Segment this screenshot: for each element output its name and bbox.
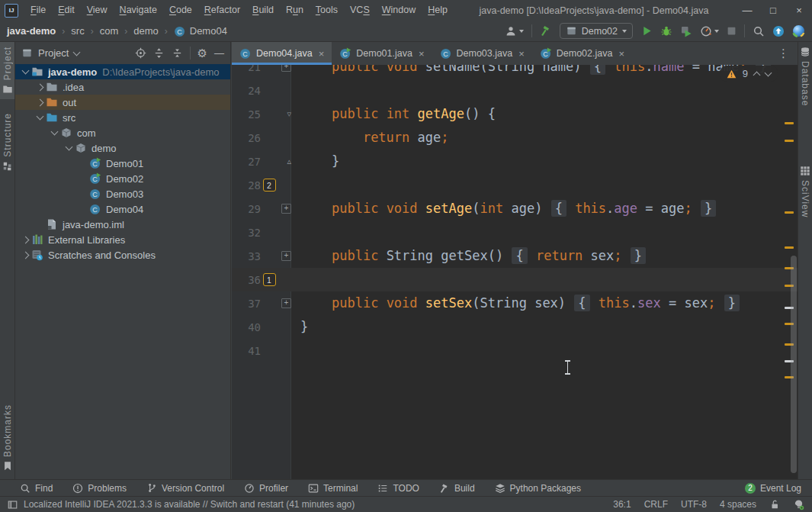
toolwindow-button-todo[interactable]: TODO [377,483,419,494]
chevron-right-icon[interactable] [37,98,44,106]
previous-warning-icon[interactable] [753,71,761,79]
unlock-icon[interactable] [769,499,780,510]
menu-vcs[interactable]: VCS [344,0,376,21]
sidebar-item-database[interactable]: Database [798,42,812,111]
close-icon[interactable]: × [419,48,425,60]
tree-row-java-demo[interactable]: java-demoD:\IdeaProjects\java-demo [15,64,230,79]
sidebar-item-project[interactable]: Project [0,42,14,99]
sidebar-item-bookmarks[interactable]: Bookmarks [0,400,14,476]
menu-window[interactable]: Window [376,0,422,21]
fold-expand-icon[interactable]: + [281,65,291,72]
hide-panel-button[interactable]: — [214,47,224,59]
tree-row-demo[interactable]: demo [15,140,230,156]
breadcrumb-item[interactable]: demo [133,25,159,37]
menu-navigate[interactable]: Navigate [114,0,163,21]
tree-row--idea[interactable]: .idea [15,79,230,95]
close-icon[interactable]: × [618,48,624,60]
menu-tools[interactable]: Tools [310,0,344,21]
chevron-right-icon[interactable] [37,83,44,91]
warning-stripe-mark[interactable] [785,211,794,214]
stop-button[interactable] [727,25,737,37]
build-hammer-icon[interactable] [540,25,552,37]
tree-row-demo04[interactable]: CDemo04 [15,201,230,217]
tree-row-demo01[interactable]: CDemo01 [15,156,230,171]
project-panel-title-button[interactable]: Project [21,47,79,59]
tree-row-out[interactable]: out [15,95,230,110]
menu-build[interactable]: Build [246,0,280,21]
menu-edit[interactable]: Edit [52,0,81,21]
debug-button[interactable] [660,25,672,37]
run-button[interactable] [640,25,653,37]
file-encoding[interactable]: UTF-8 [681,499,707,510]
close-icon[interactable]: × [518,48,525,60]
breadcrumb-item[interactable]: java-demo [7,25,56,37]
folded-brace[interactable]: } [724,295,740,311]
toolwindow-button-terminal[interactable]: Terminal [308,483,358,494]
fold-expand-icon[interactable]: + [281,251,291,261]
more-options-icon[interactable]: ⋮ [769,42,798,65]
menu-view[interactable]: View [81,0,114,21]
tree-row-scratches-and-consoles[interactable]: Scratches and Consoles [15,247,230,262]
editor-content[interactable]: 21+ public void setName(String name) { t… [232,65,798,479]
tab-demo04-java[interactable]: CDemo04.java× [232,42,332,65]
warning-stripe-mark[interactable] [785,246,794,249]
codewithme-button[interactable] [505,25,524,37]
close-icon[interactable]: × [319,48,325,60]
chevron-down-icon[interactable] [22,67,30,75]
sidebar-item-structure[interactable]: Structure [0,108,14,176]
menu-file[interactable]: File [24,0,52,21]
run-configuration-select[interactable]: Demo02 [560,23,633,39]
breadcrumb-item-leaf[interactable]: CDemo04 [174,25,227,37]
toolwindow-button-build[interactable]: Build [439,483,475,494]
tree-row-java-demo-iml[interactable]: java-demo.iml [15,217,230,232]
fold-expand-icon[interactable]: + [281,298,291,308]
menu-code[interactable]: Code [163,0,198,21]
fold-start-icon[interactable]: ▿ [287,110,291,118]
sidebar-item-sciview[interactable]: SciView [798,161,812,222]
colorful-sphere-icon[interactable] [792,24,805,37]
chevron-down-icon[interactable] [51,128,59,136]
run-with-coverage-button[interactable] [680,25,692,37]
folded-brace[interactable]: } [631,247,646,264]
chevron-down-icon[interactable] [66,143,73,151]
tree-row-src[interactable]: src [15,110,230,125]
indent-setting[interactable]: 4 spaces [720,499,756,510]
toolwindow-button-python-packages[interactable]: Python Packages [495,483,581,494]
warning-stripe-mark[interactable] [785,122,794,124]
folded-brace[interactable]: { [590,65,605,75]
menu-help[interactable]: Help [422,0,454,21]
tab-demo01-java[interactable]: CDemo01.java× [332,42,432,65]
tree-row-com[interactable]: com [15,125,230,140]
fold-end-icon[interactable]: ▵ [287,157,291,166]
toolwindow-button-event-log[interactable]: 2Event Log [745,483,801,494]
tree-row-demo02[interactable]: CDemo02 [15,171,230,186]
toolwindow-button-problems[interactable]: Problems [72,483,127,494]
folded-brace[interactable]: { [512,247,527,264]
folded-brace[interactable]: } [701,200,716,217]
tree-row-demo03[interactable]: CDemo03 [15,186,230,201]
locate-file-button[interactable] [135,47,146,59]
toolwindow-button-find[interactable]: Find [20,483,53,494]
close-button[interactable]: × [786,0,812,21]
tab-demo03-java[interactable]: CDemo03.java× [432,42,532,65]
menu-run[interactable]: Run [280,0,310,21]
minimize-button[interactable]: — [734,0,760,21]
status-message-area[interactable]: Localized IntelliJ IDEA 2021.3.3 is avai… [8,499,355,510]
chevron-right-icon[interactable] [22,236,30,243]
expand-all-button[interactable] [153,47,165,59]
status-message[interactable]: Localized IntelliJ IDEA 2021.3.3 is avai… [24,499,355,510]
folded-brace[interactable]: { [574,295,589,311]
gear-icon[interactable]: ⚙ [197,47,207,59]
inspections-widget[interactable]: 9 [720,66,778,82]
fold-expand-icon[interactable]: + [281,204,291,214]
next-warning-icon[interactable] [765,69,772,77]
chevron-right-icon[interactable] [22,251,30,259]
editor-scrollbar[interactable] [791,256,797,473]
tab-demo02-java[interactable]: CDemo02.java× [532,42,632,65]
chevron-down-icon[interactable] [37,113,44,121]
maximize-button[interactable]: □ [760,0,786,21]
bookmark-badge[interactable]: 2 [263,179,276,192]
caret-position[interactable]: 36:1 [613,499,631,510]
menu-refactor[interactable]: Refactor [198,0,246,21]
profiler-button[interactable] [700,25,719,37]
